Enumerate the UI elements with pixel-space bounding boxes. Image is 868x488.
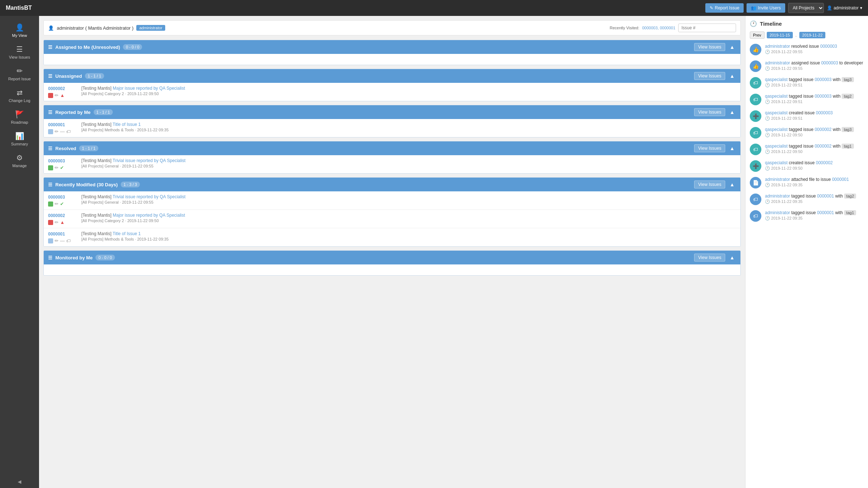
sidebar-collapse-button[interactable]: ◀ xyxy=(0,475,39,488)
section-resolved: ☰ Resolved 1 - 1 / 1 View Issues▲0000003… xyxy=(43,141,741,174)
timeline-prev-button[interactable]: Prev xyxy=(750,31,765,39)
issue-id-link[interactable]: 0000002 xyxy=(48,86,65,91)
view-issues-btn-unassigned[interactable]: View Issues xyxy=(694,72,725,80)
status-square xyxy=(48,165,53,170)
issue-title-line: [Testing Mantis] Title of Issue 1 xyxy=(81,122,736,127)
issue-title-link[interactable]: Title of Issue 1 xyxy=(113,122,141,127)
timeline-events: 👍 administrator resolved issue 0000003 🕐… xyxy=(750,44,864,222)
timeline-user-link[interactable]: administrator xyxy=(765,210,790,215)
timeline-user-link[interactable]: qaspecialist xyxy=(765,144,788,149)
user-menu[interactable]: 👤 administrator ▾ xyxy=(827,5,862,10)
sidebar-item-roadmap[interactable]: 🚩 Roadmap xyxy=(0,106,39,128)
sidebar-item-view-issues[interactable]: ☰ View Issues xyxy=(0,41,39,63)
issue-id-link[interactable]: 0000001 xyxy=(48,122,65,127)
timeline-user-link[interactable]: administrator xyxy=(765,194,790,199)
section-header-monitored-by-me: ☰ Monitored by Me 0 - 0 / 0 View Issues▲ xyxy=(44,251,740,264)
timeline-issue-link[interactable]: 0000001 xyxy=(832,177,849,182)
pencil-icon: ✏ xyxy=(55,220,59,225)
timeline-time: 🕐 2019-11-22 09:50 xyxy=(765,166,864,171)
clock-icon: 🕐 xyxy=(765,199,770,204)
table-row: 0000003✏✔ [Testing Mantis] Trivial issue… xyxy=(44,191,740,210)
timeline-item: 🏷 qaspecialist tagged issue 0000003 with… xyxy=(750,94,864,105)
collapse-btn-unassigned[interactable]: ▲ xyxy=(728,73,736,79)
invite-users-button[interactable]: 👥 Invite Users xyxy=(747,3,785,13)
section-badge-monitored-by-me: 0 - 0 / 0 xyxy=(95,255,115,260)
sidebar-item-change-log[interactable]: ⇄ Change Log xyxy=(0,85,39,106)
timeline-avatar: 🏷 xyxy=(750,194,761,205)
search-input[interactable] xyxy=(678,24,736,32)
collapse-btn-monitored-by-me[interactable]: ▲ xyxy=(728,255,736,260)
timeline-user-link[interactable]: administrator xyxy=(765,44,790,49)
navbar: MantisBT ✎ Report Issue 👥 Invite Users A… xyxy=(0,0,868,16)
timeline-item: 👍 administrator assigned issue 0000003 t… xyxy=(750,60,864,72)
timeline-issue-link[interactable]: 0000001 xyxy=(817,210,834,215)
report-issue-button[interactable]: ✎ Report Issue xyxy=(705,3,744,13)
timeline-issue-link[interactable]: 0000002 xyxy=(816,160,833,165)
timeline-issue-link[interactable]: 0000001 xyxy=(817,194,834,199)
issue-title-line: [Testing Mantis] Trivial issue reported … xyxy=(81,194,736,199)
sidebar-item-report-issue[interactable]: ✏ Report Issue xyxy=(0,63,39,85)
timeline-issue-link[interactable]: 0000002 xyxy=(814,127,831,132)
timeline-date-start: 2019-11-15 xyxy=(767,32,793,38)
timeline-avatar: 🏷 xyxy=(750,127,761,139)
timeline-user-link[interactable]: qaspecialist xyxy=(765,94,788,99)
issue-id-link[interactable]: 0000001 xyxy=(48,232,65,237)
issue-title-link[interactable]: Trivial issue reported by QA Specialist xyxy=(113,194,186,199)
recently-visited-links[interactable]: 0000003, 0000001 xyxy=(642,26,675,30)
timeline-suffix: with xyxy=(835,210,844,215)
collapse-btn-recently-modified[interactable]: ▲ xyxy=(728,182,736,187)
issue-title-link[interactable]: Title of Issue 1 xyxy=(113,231,141,236)
projects-select[interactable]: All Projects xyxy=(788,3,824,13)
section-header-resolved: ☰ Resolved 1 - 1 / 1 View Issues▲ xyxy=(44,141,740,155)
table-row: 0000001✏—🏷 [Testing Mantis] Title of Iss… xyxy=(44,119,740,137)
collapse-btn-reported-by-me[interactable]: ▲ xyxy=(728,109,736,115)
collapse-btn-resolved[interactable]: ▲ xyxy=(728,145,736,151)
timeline-user-link[interactable]: qaspecialist xyxy=(765,110,788,115)
section-title-recently-modified: Recently Modified (30 Days) xyxy=(55,182,118,187)
view-issues-btn-recently-modified[interactable]: View Issues xyxy=(694,181,725,188)
user-header-right: Recently Visited: 0000003, 0000001 xyxy=(610,24,736,32)
arrow-up-icon: ▲ xyxy=(60,93,65,98)
section-unassigned: ☰ Unassigned 1 - 1 / 1 View Issues▲00000… xyxy=(43,69,741,101)
timeline-issue-link[interactable]: 0000003 xyxy=(820,44,837,49)
timeline-issue-link[interactable]: 0000003 xyxy=(814,94,831,99)
timeline-user-link[interactable]: qaspecialist xyxy=(765,77,788,82)
timeline-action: created issue xyxy=(789,160,816,165)
timeline-issue-link[interactable]: 0000003 xyxy=(816,110,833,115)
my-view-icon: 👤 xyxy=(15,23,24,32)
timeline-item: 🏷 administrator tagged issue 0000001 wit… xyxy=(750,210,864,222)
issue-id-link[interactable]: 0000003 xyxy=(48,158,65,164)
view-issues-btn-resolved[interactable]: View Issues xyxy=(694,144,725,152)
timeline-issue-link[interactable]: 0000003 xyxy=(814,77,831,82)
timeline-user-link[interactable]: qaspecialist xyxy=(765,160,788,165)
issue-bracket: [Testing Mantis] xyxy=(81,158,111,163)
timeline-avatar: 🏷 xyxy=(750,94,761,105)
timeline-date-end: 2019-11-22 xyxy=(799,32,825,38)
timeline-header: 🕐 Timeline xyxy=(750,20,864,27)
issue-title-link[interactable]: Major issue reported by QA Specialist xyxy=(113,213,185,218)
pencil-icon: ✏ xyxy=(55,165,59,170)
collapse-btn-assigned-to-me[interactable]: ▲ xyxy=(728,44,736,50)
view-issues-btn-monitored-by-me[interactable]: View Issues xyxy=(694,254,725,262)
issue-title-link[interactable]: Major issue reported by QA Specialist xyxy=(113,86,185,91)
sidebar-item-summary[interactable]: 📊 Summary xyxy=(0,128,39,150)
issue-id-link[interactable]: 0000002 xyxy=(48,213,65,218)
timeline-issue-link[interactable]: 0000002 xyxy=(814,144,831,149)
issue-title-link[interactable]: Trivial issue reported by QA Specialist xyxy=(113,158,186,163)
timeline-issue-link[interactable]: 0000003 xyxy=(821,60,838,65)
timeline-suffix: with xyxy=(833,94,842,99)
timeline-user-link[interactable]: administrator xyxy=(765,60,790,65)
timeline-content: qaspecialist tagged issue 0000003 with t… xyxy=(765,77,864,88)
section-header-assigned-to-me: ☰ Assigned to Me (Unresolved) 0 - 0 / 0 … xyxy=(44,40,740,54)
timeline-suffix: with xyxy=(833,127,842,132)
sidebar-item-my-view[interactable]: 👤 My View xyxy=(0,20,39,41)
view-issues-btn-assigned-to-me[interactable]: View Issues xyxy=(694,43,725,51)
sidebar-item-manage[interactable]: ⚙ Manage xyxy=(0,150,39,171)
view-issues-btn-reported-by-me[interactable]: View Issues xyxy=(694,108,725,116)
timeline-user-link[interactable]: qaspecialist xyxy=(765,127,788,132)
issue-id-link[interactable]: 0000003 xyxy=(48,195,65,200)
timeline-content: administrator resolved issue 0000003 🕐 2… xyxy=(765,44,864,54)
user-header: 👤 administrator ( Mantis Administrator )… xyxy=(43,20,741,35)
timeline-user-link[interactable]: administrator xyxy=(765,177,790,182)
app-brand: MantisBT xyxy=(6,5,32,11)
